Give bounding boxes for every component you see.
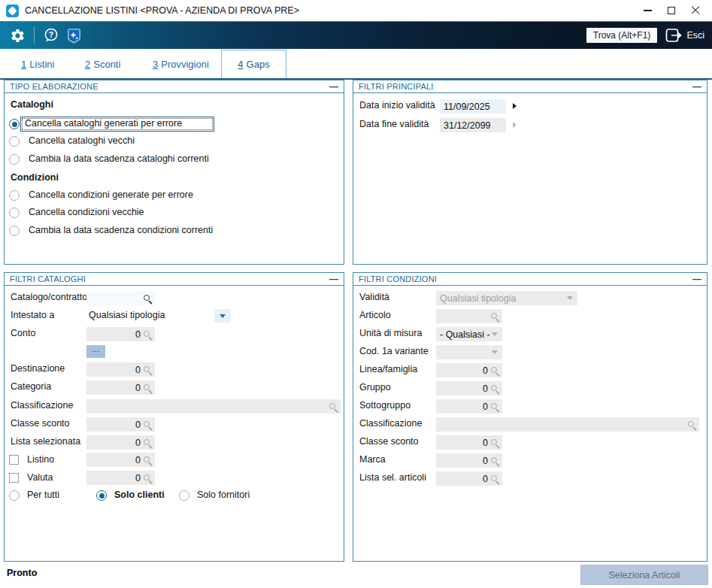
label-articolo: Articolo: [359, 310, 391, 320]
checkbox-listino[interactable]: [9, 455, 19, 465]
panel-title: FILTRI PRINCIPALI: [359, 82, 692, 91]
radio-cancella-condizioni-errore[interactable]: [9, 190, 20, 201]
search-icon[interactable]: [489, 438, 500, 448]
radio-cancella-cataloghi-errore[interactable]: [9, 119, 20, 129]
panel-header: TIPO ELABORAZIONE —: [5, 80, 344, 93]
label-listino[interactable]: Listino: [27, 454, 54, 465]
search-icon[interactable]: [489, 456, 500, 466]
app-logo-icon: [6, 5, 19, 17]
panel-tipo-elaborazione: TIPO ELABORAZIONE — Cataloghi Cancella c…: [4, 80, 344, 265]
label-intestato-a: Intestato a: [11, 310, 54, 320]
field-classificazione-cond[interactable]: [436, 417, 699, 432]
field-data-fine[interactable]: 31/12/2099: [440, 118, 506, 132]
value-intestato-a[interactable]: Qualsiasi tipologia: [89, 310, 165, 320]
radio-label-cancella-condizioni-errore[interactable]: Cancella condizioni generate per errore: [29, 189, 193, 200]
field-classe-sconto[interactable]: 0: [86, 417, 155, 432]
maximize-button[interactable]: [659, 1, 683, 20]
search-icon[interactable]: [489, 365, 500, 376]
conto-more-button[interactable]: ...: [86, 345, 105, 358]
checkbox-valuta[interactable]: [9, 473, 19, 483]
field-classificazione[interactable]: [86, 399, 341, 414]
label-lista-sel-articoli: Lista sel. articoli: [359, 472, 426, 483]
tab-sconti[interactable]: 2Sconti: [85, 59, 120, 70]
field-data-inizio[interactable]: 11/09/2025: [440, 99, 506, 114]
radio-label-cancella-condizioni-vecchie[interactable]: Cancella condizioni vecchie: [29, 207, 144, 217]
radio-label-per-tutti[interactable]: Per tutti: [27, 489, 59, 500]
label-cod-1a-variante: Cod. 1a variante: [359, 346, 429, 356]
panel-filtri-principali: FILTRI PRINCIPALI — Data inizio validità…: [353, 80, 707, 265]
help-icon[interactable]: ?: [40, 24, 62, 47]
search-icon[interactable]: [489, 311, 500, 322]
label-destinazione: Destinazione: [11, 363, 65, 374]
tab-listini[interactable]: 1Listini: [21, 59, 54, 70]
date-picker-icon[interactable]: [513, 103, 517, 109]
radio-label-cambia-scadenza-cataloghi[interactable]: Cambia la data scadenza cataloghi corren…: [29, 153, 209, 164]
label-lista-selezionata: Lista selezionata: [11, 436, 80, 447]
search-icon[interactable]: [142, 473, 153, 483]
ai-assistant-icon[interactable]: [62, 24, 85, 47]
field-lista-selezionata[interactable]: 0: [86, 435, 155, 450]
field-destinazione[interactable]: 0: [86, 362, 155, 377]
search-icon[interactable]: [328, 402, 338, 412]
window-title: CANCELLAZIONE LISTINI <PROVA - AZIENDA D…: [25, 5, 299, 16]
settings-gear-icon[interactable]: [6, 24, 29, 47]
radio-label-cambia-scadenza-condizioni[interactable]: Cambia la data scadenza condizioni corre…: [29, 225, 213, 235]
field-categoria[interactable]: 0: [86, 380, 155, 395]
tab-provvigioni[interactable]: 3Provvigioni: [153, 59, 209, 70]
field-catalogo-contratto[interactable]: [86, 291, 155, 305]
radio-per-tutti[interactable]: [9, 490, 20, 501]
field-listino[interactable]: 0: [86, 453, 155, 467]
radio-cancella-condizioni-vecchie[interactable]: [9, 208, 20, 218]
radio-cambia-scadenza-cataloghi[interactable]: [9, 154, 20, 165]
search-icon[interactable]: [142, 420, 153, 430]
label-categoria: Categoria: [11, 381, 51, 392]
radio-solo-fornitori[interactable]: [179, 490, 189, 501]
collapse-icon[interactable]: —: [329, 83, 338, 90]
radio-solo-clienti[interactable]: [96, 490, 107, 501]
panel-body: Data inizio validità 11/09/2025 Data fin…: [353, 93, 707, 263]
field-articolo[interactable]: [436, 309, 502, 323]
field-unita-di-misura[interactable]: - Qualsiasi -: [436, 327, 502, 341]
minimize-button[interactable]: [635, 1, 659, 20]
search-icon[interactable]: [142, 293, 153, 304]
radio-cambia-scadenza-condizioni[interactable]: [9, 226, 20, 236]
search-icon[interactable]: [142, 365, 153, 375]
field-sottogruppo[interactable]: 0: [436, 399, 502, 414]
search-icon[interactable]: [142, 438, 153, 448]
close-button[interactable]: [683, 1, 707, 20]
collapse-icon[interactable]: —: [692, 276, 701, 283]
panel-filtri-condizioni: FILTRI CONDIZIONI — Validità Qualsiasi t…: [353, 272, 707, 562]
radio-label-solo-clienti[interactable]: Solo clienti: [114, 489, 165, 500]
tab-gaps[interactable]: 4Gaps: [221, 50, 286, 78]
chevron-down-icon[interactable]: [492, 350, 498, 354]
trova-button[interactable]: Trova (Alt+F1): [586, 28, 658, 43]
search-icon[interactable]: [142, 329, 153, 340]
field-marca[interactable]: 0: [436, 453, 502, 468]
radio-label-solo-fornitori[interactable]: Solo fornitori: [197, 489, 250, 500]
esci-button[interactable]: Esci: [665, 27, 704, 44]
radio-label-cancella-cataloghi-vecchi[interactable]: Cancella cataloghi vecchi: [29, 135, 135, 146]
intestato-dropdown-button[interactable]: [214, 309, 231, 323]
radio-cancella-cataloghi-vecchi[interactable]: [9, 136, 20, 147]
field-gruppo[interactable]: 0: [436, 381, 502, 396]
search-icon[interactable]: [142, 455, 153, 465]
search-icon[interactable]: [686, 420, 697, 430]
search-icon[interactable]: [489, 474, 500, 484]
seleziona-articoli-button[interactable]: Seleziona Articoli: [580, 565, 708, 585]
field-cod-1a-variante[interactable]: [436, 345, 502, 359]
radio-label-cancella-cataloghi-errore[interactable]: Cancella cataloghi generati per errore: [20, 117, 214, 132]
chevron-down-icon[interactable]: [492, 332, 498, 336]
search-icon[interactable]: [489, 402, 500, 412]
label-classe-sconto: Classe sconto: [11, 418, 70, 429]
search-icon[interactable]: [489, 383, 500, 394]
field-valuta[interactable]: 0: [86, 471, 155, 485]
collapse-icon[interactable]: —: [692, 83, 701, 90]
panel-header: FILTRI CATALOGHI —: [5, 273, 344, 286]
collapse-icon[interactable]: —: [329, 276, 338, 283]
label-valuta[interactable]: Valuta: [27, 472, 53, 483]
field-conto[interactable]: 0: [86, 327, 155, 341]
field-classe-sconto-cond[interactable]: 0: [436, 435, 502, 450]
search-icon[interactable]: [142, 383, 153, 393]
field-lista-sel-articoli[interactable]: 0: [436, 471, 502, 486]
field-linea-famiglia[interactable]: 0: [436, 363, 502, 377]
